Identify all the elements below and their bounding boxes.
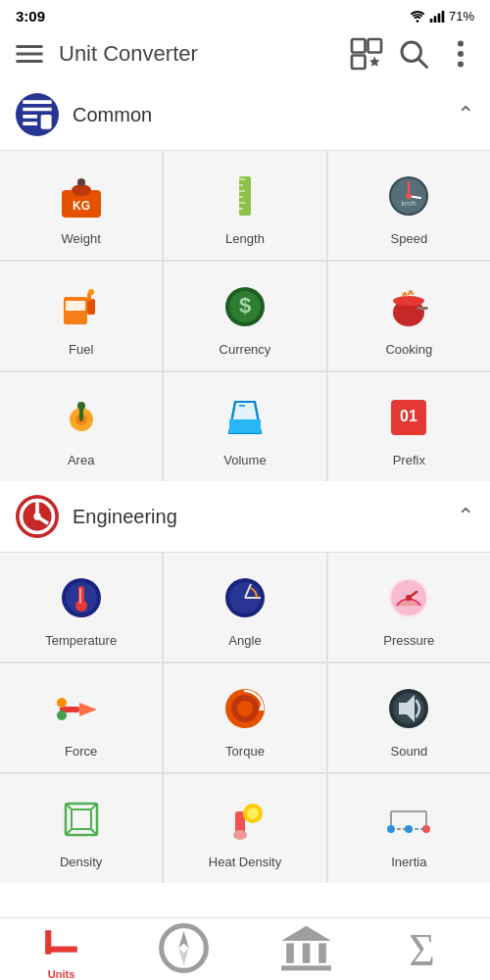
bottom-nav: Units Σ xyxy=(0,917,490,980)
force-item[interactable]: Force xyxy=(0,663,162,772)
svg-rect-58 xyxy=(79,588,81,604)
svg-rect-21 xyxy=(239,184,243,186)
wifi-icon xyxy=(410,10,425,22)
area-item[interactable]: Area xyxy=(0,372,162,481)
force-label: Force xyxy=(65,744,97,759)
angle-icon xyxy=(218,570,272,625)
heat-density-icon xyxy=(218,792,272,847)
density-item[interactable]: Density xyxy=(0,774,162,883)
svg-marker-97 xyxy=(281,926,331,941)
sound-icon xyxy=(381,681,436,736)
sound-label: Sound xyxy=(391,744,428,759)
svg-rect-1 xyxy=(430,19,433,23)
angle-label: Angle xyxy=(228,633,261,648)
temperature-icon xyxy=(54,570,109,625)
force-icon xyxy=(54,681,109,736)
svg-point-28 xyxy=(406,193,412,199)
engineering-chevron-icon: ⌃ xyxy=(457,504,474,529)
search-icon[interactable] xyxy=(396,36,431,72)
svg-rect-3 xyxy=(438,13,441,22)
weight-icon: KG xyxy=(54,169,109,223)
cooking-item[interactable]: Cooking xyxy=(328,262,490,370)
volume-beaker-icon xyxy=(218,390,272,445)
svg-text:$: $ xyxy=(239,293,251,318)
volume-item[interactable]: Volume xyxy=(164,372,325,481)
length-label: Length xyxy=(225,231,265,246)
units-nav-icon xyxy=(0,918,122,966)
svg-rect-93 xyxy=(45,947,77,953)
speed-item[interactable]: km/h Speed xyxy=(328,151,490,260)
length-item[interactable]: Length xyxy=(164,151,325,260)
svg-rect-76 xyxy=(72,809,91,829)
svg-text:Σ: Σ xyxy=(409,925,435,975)
inertia-item[interactable]: Inertia xyxy=(328,774,490,883)
fuel-item[interactable]: Fuel xyxy=(0,262,162,370)
temperature-item[interactable]: Temperature xyxy=(0,553,162,662)
svg-point-13 xyxy=(458,62,464,68)
weight-label: Weight xyxy=(62,231,101,246)
pressure-item[interactable]: Pressure xyxy=(328,553,490,662)
angle-item[interactable]: Angle xyxy=(164,553,325,662)
currency-item[interactable]: $ Currency xyxy=(164,262,325,370)
common-icon xyxy=(16,93,59,136)
svg-marker-95 xyxy=(178,931,188,949)
temperature-label: Temperature xyxy=(45,633,117,648)
svg-rect-7 xyxy=(352,56,366,70)
svg-rect-22 xyxy=(239,190,245,192)
torque-icon xyxy=(218,681,272,736)
nav-sigma[interactable]: Σ xyxy=(368,918,490,980)
status-icons: 71% xyxy=(410,9,474,24)
app-bar: Unit Converter xyxy=(0,28,490,79)
common-chevron-icon: ⌃ xyxy=(457,102,474,127)
engineering-section-header[interactable]: Engineering ⌃ xyxy=(0,481,490,552)
svg-point-63 xyxy=(406,595,412,601)
torque-label: Torque xyxy=(225,744,265,759)
nav-compass[interactable] xyxy=(122,918,245,980)
prefix-item[interactable]: 01 Prefix xyxy=(328,372,490,481)
more-vert-icon[interactable] xyxy=(443,36,478,72)
grid-star-icon[interactable] xyxy=(349,36,384,72)
signal-icon xyxy=(429,9,445,24)
svg-point-0 xyxy=(416,21,419,23)
svg-point-44 xyxy=(77,402,85,410)
svg-rect-2 xyxy=(434,16,437,23)
nav-units[interactable]: Units xyxy=(0,918,122,980)
battery-text: 71% xyxy=(449,9,474,24)
area-icon xyxy=(54,390,109,445)
fuel-icon xyxy=(54,279,109,334)
heat-density-item[interactable]: Heat Density xyxy=(164,774,325,883)
svg-rect-4 xyxy=(442,11,445,23)
svg-marker-96 xyxy=(178,949,188,966)
pressure-icon xyxy=(381,570,436,625)
svg-point-84 xyxy=(247,808,259,819)
svg-point-12 xyxy=(458,51,464,57)
svg-point-65 xyxy=(57,698,67,708)
svg-point-34 xyxy=(88,289,94,295)
weight-item[interactable]: KG Weight xyxy=(0,151,162,260)
engineering-grid: Temperature Angle Pressure Force Torque … xyxy=(0,552,490,883)
svg-rect-6 xyxy=(368,39,382,53)
speed-icon: km/h xyxy=(381,169,436,223)
svg-point-40 xyxy=(393,296,424,306)
app-title: Unit Converter xyxy=(59,41,337,67)
common-section-header[interactable]: Common ⌃ xyxy=(0,79,490,150)
nav-bank[interactable] xyxy=(245,918,368,980)
prefix-label: Prefix xyxy=(393,453,425,467)
svg-rect-25 xyxy=(239,208,243,210)
svg-point-70 xyxy=(237,701,253,716)
torque-item[interactable]: Torque xyxy=(164,663,325,772)
prefix-icon: 01 xyxy=(381,390,436,445)
svg-line-10 xyxy=(418,59,426,67)
common-label: Common xyxy=(73,104,457,126)
currency-icon: $ xyxy=(218,279,272,334)
length-icon xyxy=(218,169,272,223)
status-bar: 3:09 71% xyxy=(0,0,490,28)
fuel-label: Fuel xyxy=(69,342,93,357)
svg-point-18 xyxy=(77,178,85,186)
menu-icon[interactable] xyxy=(12,36,47,72)
sound-item[interactable]: Sound xyxy=(328,663,490,772)
svg-marker-47 xyxy=(229,419,261,433)
svg-text:KG: KG xyxy=(73,199,90,213)
inertia-icon xyxy=(381,792,436,847)
svg-rect-24 xyxy=(239,202,245,204)
